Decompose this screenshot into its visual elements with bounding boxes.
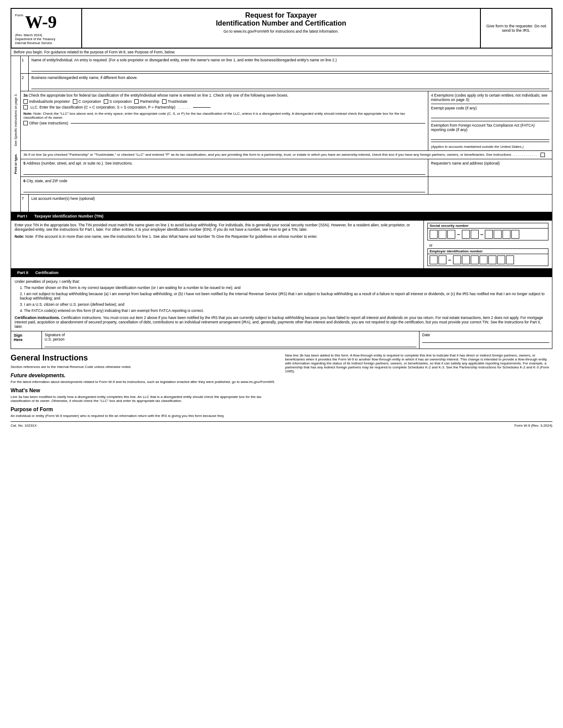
ssn-cell-9[interactable] [511, 230, 519, 239]
row-5-left: 5 Address (number, street, and apt. or s… [21, 159, 428, 176]
purpose-text: An individual or entity (Form W-9 reques… [11, 414, 278, 418]
chk-scorp-label: S corporation [110, 99, 132, 104]
ein-cell-3[interactable] [453, 255, 461, 264]
row-2-label: Business name/disregarded entity name, i… [31, 75, 549, 80]
gi-section-ref: Section references are to the Internal R… [11, 365, 278, 369]
form-body: Print or type. See Specific Instructions… [11, 56, 552, 212]
ein-cell-1[interactable] [430, 255, 438, 264]
row-5: 5 Address (number, street, and apt. or s… [21, 159, 552, 177]
sign-area: Sign Here Signature of U.S. person Date [11, 331, 552, 349]
chk-scorp[interactable]: S corporation [104, 99, 132, 104]
chk-other-box[interactable] [23, 121, 28, 125]
right-col-text: New line 3b has been added to this form.… [285, 353, 553, 373]
gi-right-col: New line 3b has been added to this form.… [285, 353, 553, 418]
cert-instructions: Certification instructions. Certificatio… [15, 315, 548, 329]
chk-scorp-box[interactable] [104, 99, 108, 104]
dept1: Department of the Treasury [15, 37, 78, 41]
ein-label: Employer identification number [428, 249, 548, 254]
sign-here-text: Sign Here [14, 333, 39, 342]
row-7-input[interactable] [31, 202, 549, 210]
ssn-dash-2: – [480, 231, 484, 237]
ssn-cell-7[interactable] [494, 230, 502, 239]
row-6-label: 6 City, state, and ZIP code [23, 179, 425, 183]
ein-cell-2[interactable] [438, 255, 446, 264]
row-1-input[interactable] [31, 64, 549, 71]
chk-other[interactable]: Other (see instructions) [23, 121, 68, 125]
part2-title: Certification [35, 270, 59, 275]
part2-area: Under penalties of perjury, I certify th… [11, 277, 552, 331]
chk-partnership-box[interactable] [134, 99, 139, 104]
chk-llc-label: LLC. Enter the tax classification (C = C… [30, 105, 175, 109]
exempt-payee-input[interactable] [431, 112, 549, 118]
row-3b-checkbox[interactable] [540, 153, 545, 157]
signature-line[interactable] [45, 347, 416, 347]
ssn-cell-5[interactable] [471, 230, 479, 239]
row-6-right [428, 177, 552, 194]
row-1-number: 1 [21, 56, 29, 73]
before-begin-section: Before you begin. For guidance related t… [11, 49, 552, 56]
logo-section: Form W-9 (Rev. March 2024) Department of… [11, 9, 82, 48]
w9-title: W-9 [25, 11, 57, 32]
chk-llc[interactable]: LLC. Enter the tax classification (C = C… [23, 105, 211, 109]
ein-cell-7[interactable] [488, 255, 496, 264]
date-line[interactable] [422, 342, 549, 343]
ssn-cell-3[interactable] [447, 230, 455, 239]
dept-info: (Rev. March 2024) Department of the Trea… [15, 33, 78, 45]
chk-ccorp[interactable]: C corporation [73, 99, 101, 104]
ein-box: Employer identification number – [427, 248, 548, 266]
ssn-cell-6[interactable] [485, 230, 493, 239]
ein-cell-6[interactable] [480, 255, 487, 264]
chk-individual-box[interactable] [23, 99, 28, 104]
ssn-cell-8[interactable] [503, 230, 510, 239]
gi-left-col: General Instructions Section references … [11, 353, 278, 418]
row-6: 6 City, state, and ZIP code [21, 177, 552, 195]
date-label: Date [422, 333, 549, 337]
or-text: or [427, 242, 548, 248]
cert-item-2: 2. I am not subject to backup withholdin… [15, 292, 548, 300]
ssn-cell-4[interactable] [462, 230, 470, 239]
row-5-input[interactable] [23, 167, 425, 175]
dept2: Internal Revenue Service [15, 41, 78, 45]
chk-ccorp-label: C corporation [79, 99, 101, 104]
ssn-dash-1: – [456, 231, 461, 237]
row-7: 7 List account number(s) here (optional) [21, 195, 552, 212]
ein-cell-5[interactable] [471, 255, 479, 264]
purpose-title: Purpose of Form [11, 406, 278, 413]
sign-content: Signature of U.S. person [42, 331, 419, 349]
row-5-label: 5 Address (number, street, and apt. or s… [23, 161, 425, 165]
part1-right: Social security number – – or Emplo [424, 221, 552, 268]
requester-label: Requester's name and address (optional) [431, 161, 549, 165]
row-2-input[interactable] [31, 81, 549, 89]
form-word: Form [15, 13, 23, 17]
chk-trust[interactable]: Trust/estate [162, 99, 188, 104]
future-dev-title: Future developments. [11, 372, 278, 379]
row-3b-container: 3b If on line 3a you checked "Partnershi… [21, 151, 552, 159]
chk-individual[interactable]: Individual/sole proprietor [23, 99, 70, 104]
chk-llc-box[interactable] [23, 105, 28, 109]
row-3a-left: 3a Check the appropriate box for federal… [21, 91, 428, 150]
chk-partnership[interactable]: Partnership [134, 99, 159, 104]
part1-header: Part I Taxpayer Identification Number (T… [11, 212, 552, 221]
row-6-input[interactable] [23, 184, 425, 192]
ein-cell-8[interactable] [497, 255, 505, 264]
llc-row: LLC. Enter the tax classification (C = C… [23, 105, 425, 110]
part1-intro: Enter your TIN in the appropriate box. T… [15, 223, 420, 232]
fatca-input[interactable] [431, 134, 549, 140]
ein-cell-9[interactable] [506, 255, 514, 264]
ssn-cell-1[interactable] [430, 230, 438, 239]
chk-other-row: Other (see instructions) [23, 121, 425, 125]
chk-ccorp-box[interactable] [73, 99, 77, 104]
give-form-text: Give form to the requester. Do not send … [484, 24, 548, 33]
sidebar-instructions: See Specific Instructions on page 3. [14, 94, 18, 146]
row-4-label: 4 Exemptions (codes apply only to certai… [431, 93, 549, 102]
chk-trust-box[interactable] [162, 99, 166, 104]
sig-us-person: U.S. person [45, 337, 416, 341]
ein-cell-4[interactable] [462, 255, 470, 264]
ssn-cell-2[interactable] [438, 230, 446, 239]
part1-title: Taxpayer Identification Number (TIN) [34, 214, 104, 218]
part1-label: Part I [15, 214, 30, 219]
row-1-label: Name of entity/individual. An entry is r… [31, 58, 549, 62]
row-4: 4 Exemptions (codes apply only to certai… [428, 91, 552, 150]
part1-area: Enter your TIN in the appropriate box. T… [11, 221, 552, 269]
general-instructions: General Instructions Section references … [11, 353, 552, 418]
